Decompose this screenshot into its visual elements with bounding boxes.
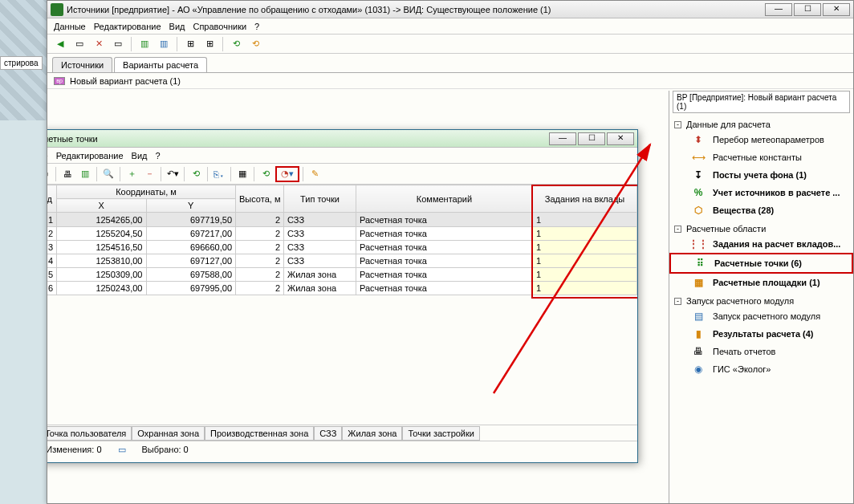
c-remove-icon[interactable]: － — [141, 166, 157, 182]
footer-tab-4[interactable]: СЗЗ — [314, 426, 342, 441]
main-tabs: ИсточникиВарианты расчета — [47, 54, 853, 73]
table-row[interactable]: ▸11254265,00697719,502СЗЗРасчетная точка… — [47, 213, 637, 227]
tool1-icon[interactable]: ⊞ — [182, 36, 198, 52]
c-chart-icon[interactable]: ◔▾ — [275, 166, 299, 182]
menu-данные[interactable]: Данные — [54, 22, 86, 31]
tree-item[interactable]: ⟷Расчетные константы — [669, 148, 853, 166]
c-export-icon[interactable]: ▥ — [77, 166, 93, 182]
footer-tab-1[interactable]: Точка пользователя — [47, 426, 132, 441]
grid-wrapper: ▾КодКоординаты, мВысота, мТип точкиКомме… — [47, 185, 637, 425]
child-close-button[interactable]: ✕ — [607, 132, 634, 145]
variant-row[interactable]: вр Новый вариант расчета (1) — [47, 73, 853, 89]
tree-item[interactable]: ⬍Перебор метеопараметров — [669, 131, 853, 148]
app-icon — [51, 3, 63, 16]
tree-item[interactable]: %Учет источников в расчете ... — [669, 184, 853, 201]
maximize-button[interactable]: ☐ — [794, 3, 821, 16]
variant-label: Новый вариант расчета (1) — [70, 76, 181, 86]
tree-item[interactable]: ◉ГИС «Эколог» — [669, 360, 853, 378]
child-titlebar: Расчетные точки — ☐ ✕ — [47, 130, 637, 148]
status-bar: 1/6 Изменения: 0 ▭ Выбрано: 0 — [47, 441, 637, 457]
footer-tab-6[interactable]: Точки застройки — [402, 426, 480, 441]
child-minimize-button[interactable]: — — [549, 132, 576, 145]
c-undo-icon[interactable]: ↶▾ — [165, 166, 181, 182]
menu-вид[interactable]: Вид — [169, 22, 185, 31]
main-toolbar: ◀ ▭ ✕ ▭ ▥ ▥ ⊞ ⊞ ⟲ ⟲ — [47, 35, 853, 54]
c-search-icon[interactable]: 🔍 — [100, 166, 116, 182]
c-refresh2-icon[interactable]: ⟲ — [258, 166, 274, 182]
c-refresh-icon[interactable]: ⟲ — [188, 166, 204, 182]
table-row[interactable]: ·31254516,50696660,002СЗЗРасчетная точка… — [47, 241, 637, 254]
left-panel: Расчетные точки — ☐ ✕ ДанныеРедактирован… — [47, 91, 669, 503]
tree-item[interactable]: ▤Запуск расчетного модуля — [669, 307, 853, 325]
menu-справочники[interactable]: Справочники — [193, 22, 246, 31]
c-open-icon[interactable]: ▭ — [47, 166, 52, 182]
table-row[interactable]: -51250309,00697588,002Жилая зонаРасчетна… — [47, 268, 637, 282]
tool2-icon[interactable]: ⊞ — [201, 36, 218, 52]
status-changes: Изменения: 0 — [47, 445, 102, 454]
table-row[interactable]: 661250243,00697995,002Жилая зонаРасчетна… — [47, 282, 637, 295]
minimize-button[interactable]: — — [765, 3, 792, 16]
tree-section-header[interactable]: -Расчетные области — [669, 222, 853, 235]
child-title: Расчетные точки — [47, 134, 549, 144]
tree-section-header[interactable]: -Запуск расчетного модуля — [669, 295, 853, 307]
footer-tab-3[interactable]: Производственная зона — [205, 426, 314, 441]
child-menu-редактирование[interactable]: Редактирование — [56, 151, 124, 161]
points-grid[interactable]: ▾КодКоординаты, мВысота, мТип точкиКомме… — [47, 185, 637, 295]
status-selected: Выбрано: 0 — [142, 445, 189, 454]
menu-редактирование[interactable]: Редактирование — [94, 22, 161, 31]
footer-tab-2[interactable]: Охранная зона — [132, 426, 205, 441]
main-title: Источники [предприятие] - АО «Управление… — [67, 5, 765, 14]
footer-tab-5[interactable]: Жилая зона — [342, 426, 402, 441]
main-titlebar: Источники [предприятие] - АО «Управление… — [47, 1, 853, 18]
save-icon[interactable]: ▭ — [110, 36, 126, 52]
tree-item[interactable]: ⬡Вещества (28) — [669, 201, 853, 219]
tree-item[interactable]: ▮Результаты расчета (4) — [669, 325, 853, 343]
export-icon[interactable]: ▥ — [136, 36, 152, 52]
variant-icon: вр — [54, 77, 65, 85]
main-menubar: ДанныеРедактированиеВидСправочники? — [47, 18, 853, 35]
child-window: Расчетные точки — ☐ ✕ ДанныеРедактирован… — [47, 129, 638, 463]
right-panel: ВР [Предприятие]: Новый вариант расчета … — [669, 91, 853, 503]
child-menu-?[interactable]: ? — [155, 151, 160, 161]
open-icon[interactable]: ▭ — [71, 36, 87, 52]
c-print-icon[interactable]: 🖶 — [59, 166, 75, 182]
tab-Варианты расчета[interactable]: Варианты расчета — [114, 57, 207, 72]
tree-item[interactable]: ⠿Расчетные точки (6) — [669, 253, 853, 274]
refresh2-icon[interactable]: ⟲ — [247, 36, 263, 52]
tree-item[interactable]: ⋮⋮Задания на расчет вкладов... — [669, 235, 853, 253]
refresh-icon[interactable]: ⟲ — [228, 36, 244, 52]
tree-item[interactable]: 🖶Печать отчетов — [669, 343, 853, 360]
c-grid-icon[interactable]: ▦ — [234, 166, 250, 182]
right-panel-header: ВР [Предприятие]: Новый вариант расчета … — [673, 91, 850, 113]
tree-item[interactable]: ↧Посты учета фона (1) — [669, 166, 853, 184]
tree-item[interactable]: ▦Расчетные площадки (1) — [669, 274, 853, 291]
delete-icon[interactable]: ✕ — [91, 36, 107, 52]
child-menu-вид[interactable]: Вид — [132, 151, 148, 161]
tree-section-header[interactable]: -Данные для расчета — [669, 118, 853, 131]
footer-tabs: ВсеТочка пользователяОхранная зонаПроизв… — [47, 425, 637, 441]
close-button[interactable]: ✕ — [823, 3, 850, 16]
main-window: Источники [предприятие] - АО «Управление… — [47, 0, 854, 504]
c-copy-icon[interactable]: ⎘▾ — [211, 166, 227, 182]
bg-cut-label: стрирова — [0, 56, 43, 70]
menu-?[interactable]: ? — [254, 22, 259, 31]
child-toolbar: ◀ ▭ 🖶 ▥ 🔍 ＋ － ↶▾ ⟲ — [47, 164, 637, 185]
child-menubar: ДанныеРедактированиеВид? — [47, 148, 637, 164]
c-edit-icon[interactable]: ✎ — [307, 166, 323, 182]
back-icon[interactable]: ◀ — [52, 36, 68, 52]
tab-Источники[interactable]: Источники — [52, 57, 112, 72]
table-row[interactable]: ·21255204,50697217,002СЗЗРасчетная точка… — [47, 227, 637, 241]
child-maximize-button[interactable]: ☐ — [578, 132, 605, 145]
import-icon[interactable]: ▥ — [156, 36, 172, 52]
c-add-icon[interactable]: ＋ — [124, 166, 140, 182]
table-row[interactable]: ·41253810,00697127,002СЗЗРасчетная точка… — [47, 254, 637, 268]
child-menu-данные[interactable]: Данные — [47, 151, 48, 161]
